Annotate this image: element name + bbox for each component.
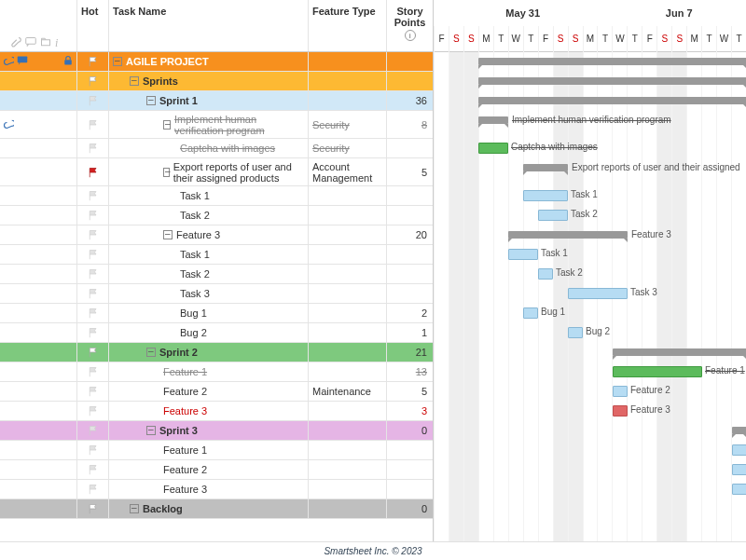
story-points-cell[interactable]: 0 xyxy=(386,421,433,440)
gantt-bar[interactable]: Feature 3 xyxy=(613,405,628,417)
grid-body[interactable]: AGILE PROJECTSprintsSprint 136Implement … xyxy=(0,52,433,541)
chat-icon[interactable] xyxy=(17,55,28,68)
row-sp3[interactable]: Sprint 30 xyxy=(0,421,433,441)
hot-flag[interactable] xyxy=(76,265,108,283)
hot-flag[interactable] xyxy=(76,91,108,110)
collapse-toggle[interactable] xyxy=(163,230,173,239)
timeline-body[interactable]: Sprint 1Implement human verification pro… xyxy=(434,52,746,541)
e-icon[interactable] xyxy=(3,55,14,68)
task-name-cell[interactable]: Implement human verification program xyxy=(108,111,308,138)
collapse-toggle[interactable] xyxy=(130,504,139,513)
story-points-cell[interactable] xyxy=(386,265,433,283)
task-name-cell[interactable]: Feature 3 xyxy=(108,402,308,420)
feature-type-cell[interactable] xyxy=(308,499,386,518)
task-name-cell[interactable]: Feature 1 xyxy=(108,441,308,459)
story-points-cell[interactable]: 5 xyxy=(386,382,433,401)
task-name-cell[interactable]: Feature 3 xyxy=(108,225,308,244)
hot-flag[interactable] xyxy=(76,499,108,518)
timeline-row[interactable]: Bug 2 xyxy=(434,323,746,343)
hot-flag[interactable] xyxy=(76,158,108,185)
row-sp1[interactable]: Sprint 136 xyxy=(0,91,433,111)
col-task-name[interactable]: Task Name xyxy=(108,0,308,51)
gantt-bar[interactable]: Export reports of user and their assigne… xyxy=(523,164,568,171)
timeline-row[interactable] xyxy=(434,460,746,480)
gantt-bar[interactable]: Implement human verification program xyxy=(478,116,508,124)
feature-type-cell[interactable] xyxy=(308,402,386,420)
hot-flag[interactable] xyxy=(76,72,108,90)
feature-type-cell[interactable] xyxy=(308,323,386,342)
feature-type-cell[interactable] xyxy=(308,421,386,440)
task-name-cell[interactable]: Export reports of user and their assigne… xyxy=(108,158,308,185)
gantt-bar[interactable]: Bug 2 xyxy=(568,327,583,338)
story-points-cell[interactable]: 20 xyxy=(386,225,433,244)
gantt-bar[interactable]: Task 1 xyxy=(508,249,538,260)
timeline-row[interactable] xyxy=(434,52,746,72)
row-proj[interactable]: AGILE PROJECT xyxy=(0,52,433,72)
task-name-cell[interactable]: Bug 1 xyxy=(108,304,308,322)
row-r16[interactable]: Feature 2 xyxy=(0,460,433,480)
gantt-bar[interactable]: Task 2 xyxy=(538,268,553,280)
task-name-cell[interactable]: Task 2 xyxy=(108,265,308,283)
story-points-cell[interactable]: 2 xyxy=(386,304,433,322)
hot-flag[interactable] xyxy=(76,480,108,499)
row-r17[interactable]: Feature 3 xyxy=(0,480,433,499)
row-backlog[interactable]: Backlog0 xyxy=(0,499,433,519)
story-points-cell[interactable]: 0 xyxy=(386,499,433,518)
timeline-row[interactable]: Feature 3 xyxy=(434,402,746,421)
collapse-toggle[interactable] xyxy=(146,348,156,357)
row-r15[interactable]: Feature 1 xyxy=(0,441,433,460)
collapse-toggle[interactable] xyxy=(130,76,139,86)
hot-flag[interactable] xyxy=(76,111,108,138)
timeline-row[interactable] xyxy=(434,72,746,91)
gantt-bar[interactable]: Captcha with images xyxy=(478,143,508,154)
row-r12[interactable]: Feature 113 xyxy=(0,362,433,382)
row-r10[interactable]: Bug 12 xyxy=(0,304,433,323)
feature-type-cell[interactable] xyxy=(308,225,386,244)
story-points-cell[interactable]: 3 xyxy=(386,402,433,420)
col-hot[interactable]: Hot xyxy=(76,0,108,51)
gantt-bar[interactable]: Feature 2 xyxy=(613,386,628,397)
hot-flag[interactable] xyxy=(76,382,108,401)
story-points-cell[interactable]: 5 xyxy=(386,158,433,185)
timeline-row[interactable]: Bug 1 xyxy=(434,304,746,323)
story-points-cell[interactable] xyxy=(386,480,433,499)
task-name-cell[interactable]: Sprint 3 xyxy=(108,421,308,440)
timeline-row[interactable]: Task 2 xyxy=(434,206,746,225)
task-name-cell[interactable]: Sprint 1 xyxy=(108,91,308,110)
row-r13[interactable]: Feature 2Maintenance5 xyxy=(0,382,433,402)
gantt-bar[interactable] xyxy=(478,58,746,65)
feature-type-cell[interactable] xyxy=(308,206,386,225)
gantt-bar[interactable]: Task 3 xyxy=(568,288,628,299)
e-icon[interactable] xyxy=(3,118,14,131)
hot-flag[interactable] xyxy=(76,362,108,381)
hot-flag[interactable] xyxy=(76,323,108,342)
story-points-cell[interactable]: 8 xyxy=(386,111,433,138)
story-points-cell[interactable]: 13 xyxy=(386,362,433,381)
hot-flag[interactable] xyxy=(76,284,108,303)
hot-flag[interactable] xyxy=(76,421,108,440)
timeline-row[interactable] xyxy=(434,499,746,519)
story-points-cell[interactable] xyxy=(386,139,433,157)
task-name-cell[interactable]: Task 3 xyxy=(108,284,308,303)
feature-type-cell[interactable]: Maintenance xyxy=(308,382,386,401)
collapse-toggle[interactable] xyxy=(113,57,122,66)
feature-type-cell[interactable] xyxy=(308,186,386,205)
timeline-row[interactable]: Export reports of user and their assigne… xyxy=(434,158,746,186)
task-name-cell[interactable]: Backlog xyxy=(108,499,308,518)
lock-icon[interactable] xyxy=(62,55,74,68)
gantt-bar[interactable]: Task 1 xyxy=(523,190,568,201)
task-name-cell[interactable]: Bug 2 xyxy=(108,323,308,342)
collapse-toggle[interactable] xyxy=(163,168,170,177)
story-points-cell[interactable] xyxy=(386,206,433,225)
gantt-bar[interactable] xyxy=(732,444,746,456)
hot-flag[interactable] xyxy=(76,52,108,71)
gantt-bar[interactable]: Sprint 1 xyxy=(478,97,746,104)
timeline-row[interactable] xyxy=(434,421,746,441)
task-name-cell[interactable]: Feature 2 xyxy=(108,460,308,479)
timeline-row[interactable] xyxy=(434,441,746,460)
gantt-bar[interactable]: Task 2 xyxy=(538,210,568,221)
hot-flag[interactable] xyxy=(76,206,108,225)
feature-type-cell[interactable] xyxy=(308,362,386,381)
feature-type-cell[interactable] xyxy=(308,265,386,283)
task-name-cell[interactable]: Task 1 xyxy=(108,245,308,264)
